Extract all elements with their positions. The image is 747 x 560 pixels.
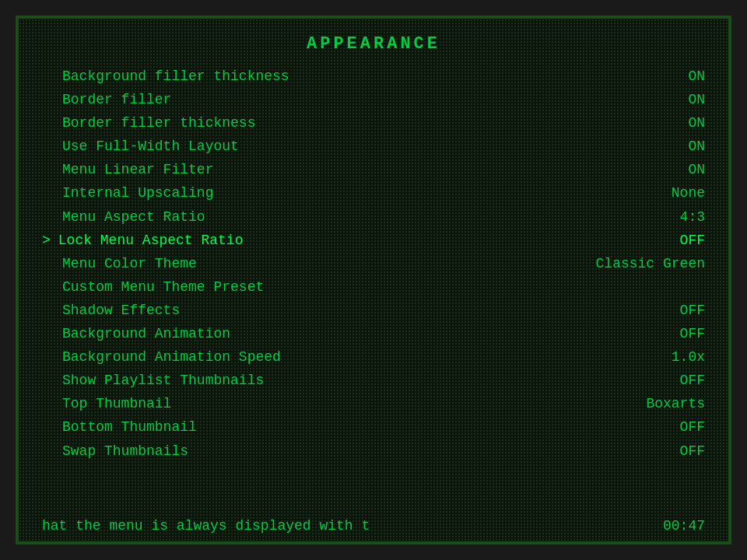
menu-item-value: 1.0x [672, 347, 705, 367]
menu-item-label: Border filler thickness [62, 113, 255, 133]
menu-item-label: Use Full-Width Layout [62, 136, 239, 156]
menu-item-label: Bottom Thumbnail [62, 417, 197, 437]
menu-item-value: Classic Green [596, 254, 705, 274]
menu-item-value: OFF [680, 441, 705, 461]
menu-item-label: Top Thumbnail [62, 394, 171, 414]
menu-item-value: ON [688, 89, 705, 110]
menu-item-label: Shadow Effects [62, 300, 180, 320]
menu-container: Background filler thicknessONBorder fill… [42, 65, 705, 463]
menu-item[interactable]: Use Full-Width LayoutON [42, 135, 705, 158]
menu-item[interactable]: Menu Color ThemeClassic Green [42, 252, 705, 275]
menu-item[interactable]: Bottom ThumbnailOFF [42, 415, 705, 439]
menu-item[interactable]: Border fillerON [42, 88, 705, 111]
status-text: hat the menu is always displayed with t [42, 518, 370, 534]
menu-item[interactable]: Border filler thicknessON [42, 111, 705, 135]
menu-item-label: Menu Color Theme [62, 254, 197, 274]
menu-item[interactable]: Background AnimationOFF [42, 322, 705, 345]
menu-item[interactable]: >Lock Menu Aspect RatioOFF [42, 229, 705, 252]
menu-item-value: ON [688, 159, 705, 180]
menu-item-value: OFF [680, 417, 705, 437]
menu-item-label: Show Playlist Thumbnails [62, 370, 264, 390]
menu-item-value: Boxarts [646, 394, 705, 414]
menu-item[interactable]: Custom Menu Theme Preset [42, 275, 705, 299]
screen: APPEARANCE Background filler thicknessON… [16, 16, 731, 544]
menu-item[interactable]: Show Playlist ThumbnailsOFF [42, 369, 705, 392]
menu-item-value: ON [688, 66, 705, 86]
menu-item-value: OFF [680, 370, 705, 390]
page-title: APPEARANCE [42, 34, 705, 54]
menu-item-value: OFF [680, 324, 705, 344]
menu-item[interactable]: Background Animation Speed1.0x [42, 345, 705, 369]
menu-item[interactable]: Menu Aspect Ratio4:3 [42, 205, 705, 229]
menu-item-label: Custom Menu Theme Preset [62, 277, 264, 297]
menu-item-value: 4:3 [680, 207, 705, 227]
menu-item-value: ON [688, 136, 705, 156]
menu-item-label: Menu Linear Filter [62, 159, 213, 180]
menu-item-value: ON [688, 113, 705, 133]
status-bar: hat the menu is always displayed with t … [42, 518, 705, 534]
menu-item[interactable]: Background filler thicknessON [42, 65, 705, 88]
menu-item[interactable]: Shadow EffectsOFF [42, 299, 705, 322]
menu-item[interactable]: Swap ThumbnailsOFF [42, 439, 705, 463]
menu-item-label: Background Animation Speed [62, 347, 281, 367]
menu-item[interactable]: Menu Linear FilterON [42, 158, 705, 181]
menu-item-label: Swap Thumbnails [62, 441, 188, 461]
menu-item-label: Internal Upscaling [62, 183, 213, 203]
menu-item-value: OFF [680, 230, 705, 250]
menu-item-label: Background filler thickness [62, 66, 289, 86]
selected-arrow-icon: > [42, 230, 51, 250]
menu-item-label: Background Animation [62, 324, 230, 344]
clock: 00:47 [663, 518, 705, 534]
menu-item-label: Border filler [62, 89, 171, 110]
menu-item[interactable]: Internal UpscalingNone [42, 181, 705, 205]
menu-item-label: Menu Aspect Ratio [62, 207, 205, 227]
menu-item-value: OFF [680, 300, 705, 320]
menu-item-value: None [672, 183, 705, 203]
menu-item[interactable]: Top ThumbnailBoxarts [42, 392, 705, 415]
menu-item-label: Lock Menu Aspect Ratio [58, 230, 244, 250]
